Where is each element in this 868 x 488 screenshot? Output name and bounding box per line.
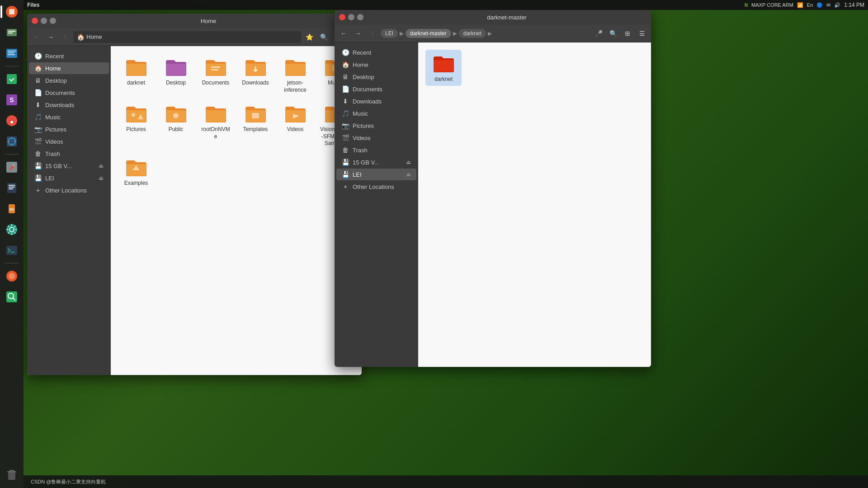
sidebar-desktop-label: Desktop xyxy=(45,77,67,84)
folder-darknet-selected[interactable]: darknet xyxy=(425,50,462,86)
svg-rect-7 xyxy=(8,54,15,55)
taskbar-icon-sd[interactable]: SD xyxy=(2,199,22,219)
public-folder-icon xyxy=(165,103,187,124)
sidebar-item-documents[interactable]: 📄 Documents xyxy=(29,87,109,99)
w2-back-button[interactable]: ← xyxy=(337,27,350,40)
taskbar-files-icon[interactable] xyxy=(2,2,22,22)
w2-sidebar-trash[interactable]: 🗑 Trash xyxy=(336,144,416,156)
window1-minimize-button[interactable] xyxy=(41,18,47,24)
w2-sidebar-videos[interactable]: 🎬 Videos xyxy=(336,132,416,144)
w2-home-icon: 🏠 xyxy=(342,61,349,68)
window2-close-button[interactable] xyxy=(339,14,345,20)
documents-folder-icon xyxy=(205,56,226,78)
breadcrumb-lei[interactable]: LEI xyxy=(381,29,398,38)
breadcrumb-darknet-master[interactable]: darknet-master xyxy=(406,29,451,38)
folder-darknet[interactable]: darknet xyxy=(118,53,154,96)
taskbar-icon-5[interactable] xyxy=(2,111,22,131)
taskbar-icon-2[interactable] xyxy=(2,43,22,63)
w2-sidebar-music[interactable]: 🎵 Music xyxy=(336,108,416,119)
breadcrumb-label: Home xyxy=(86,33,102,40)
sidebar-trash-label: Trash xyxy=(45,150,60,157)
sidebar-item-music[interactable]: 🎵 Music xyxy=(29,111,109,123)
window1-close-button[interactable] xyxy=(32,18,38,24)
sidebar-other-label: Other Locations xyxy=(45,187,87,194)
documents-folder-label: Documents xyxy=(202,80,230,87)
sidebar-item-desktop[interactable]: 🖥 Desktop xyxy=(29,75,109,86)
svg-rect-8 xyxy=(7,74,17,84)
taskbar-separator-3 xyxy=(5,263,19,263)
sidebar-item-15gb[interactable]: 💾 15 GB V... ⏏ xyxy=(29,160,109,172)
sidebar-item-recent[interactable]: 🕐 Recent xyxy=(29,50,109,62)
sidebar-item-pictures[interactable]: 📷 Pictures xyxy=(29,123,109,135)
search-button[interactable]: 🔍 xyxy=(317,31,330,43)
w2-music-label: Music xyxy=(353,110,368,117)
taskbar-icon-1[interactable] xyxy=(2,23,22,42)
breadcrumb-darknet[interactable]: darknet xyxy=(459,29,486,38)
wifi-icon[interactable]: 📶 xyxy=(797,2,803,8)
bluetooth-icon[interactable]: 🔵 xyxy=(816,2,823,8)
folder-jetson[interactable]: jetson-inference xyxy=(277,53,313,96)
back-button[interactable]: ← xyxy=(30,31,42,43)
window1-maximize-button[interactable] xyxy=(50,18,56,24)
nvidia-icon[interactable]: N xyxy=(745,3,748,8)
folder-rootonme[interactable]: rootOnNVMe xyxy=(198,100,234,150)
app-name-label: Files xyxy=(27,2,39,8)
sidebar-item-home[interactable]: 🏠 Home xyxy=(29,62,109,74)
w2-sidebar-downloads[interactable]: ⬇ Downloads xyxy=(336,95,416,107)
w2-sidebar-other[interactable]: + Other Locations xyxy=(336,181,416,192)
sidebar-item-other-locations[interactable]: + Other Locations xyxy=(29,184,109,196)
taskbar-icon-6[interactable] xyxy=(2,131,22,151)
taskbar-icon-tools[interactable] xyxy=(2,157,22,177)
folder-downloads[interactable]: Downloads xyxy=(237,53,274,96)
w2-eject-2-button[interactable]: ⏏ xyxy=(406,171,411,178)
volume-icon[interactable]: 🔊 xyxy=(834,2,840,8)
folder-desktop[interactable]: Desktop xyxy=(158,53,194,96)
taskbar-icon-4[interactable]: S xyxy=(2,90,22,110)
w2-search-button[interactable]: 🔍 xyxy=(607,27,619,40)
folder-public[interactable]: Public xyxy=(158,100,194,150)
sidebar-item-videos[interactable]: 🎬 Videos xyxy=(29,136,109,147)
folder-pictures[interactable]: Pictures xyxy=(118,100,154,150)
taskbar-icon-3[interactable] xyxy=(2,69,22,89)
w2-sidebar-lei[interactable]: 💾 LEI ⏏ xyxy=(336,169,416,180)
w2-sidebar-home[interactable]: 🏠 Home xyxy=(336,59,416,70)
folder-documents[interactable]: Documents xyxy=(198,53,234,96)
taskbar-icon-gear[interactable] xyxy=(2,220,22,239)
window2-minimize-button[interactable] xyxy=(348,14,354,20)
w2-sidebar-recent[interactable]: 🕐 Recent xyxy=(336,47,416,58)
taskbar-icon-terminal[interactable] xyxy=(2,240,22,260)
taskbar-trash-icon[interactable] xyxy=(2,465,22,484)
sidebar-item-lei[interactable]: 💾 LEI ⏏ xyxy=(29,172,109,184)
w2-mic-button[interactable]: 🎤 xyxy=(592,27,605,40)
w2-menu-button[interactable]: ☰ xyxy=(636,27,648,40)
taskbar-icon-search[interactable] xyxy=(2,287,22,307)
w2-up-button[interactable]: ↑ xyxy=(366,27,379,40)
sidebar-pictures-label: Pictures xyxy=(45,126,66,133)
w2-sidebar-documents[interactable]: 📄 Documents xyxy=(336,83,416,95)
forward-button[interactable]: → xyxy=(44,31,57,43)
folder-templates[interactable]: Templates xyxy=(237,100,274,150)
sidebar-item-trash[interactable]: 🗑 Trash xyxy=(29,148,109,160)
mail-icon[interactable]: ✉ xyxy=(826,2,830,8)
folder-videos[interactable]: Videos xyxy=(277,100,313,150)
w2-sidebar-15gb[interactable]: 💾 15 GB V... ⏏ xyxy=(336,156,416,168)
up-button[interactable]: ↑ xyxy=(59,31,71,43)
sidebar-item-downloads[interactable]: ⬇ Downloads xyxy=(29,99,109,111)
w2-view-button[interactable]: ⊞ xyxy=(621,27,634,40)
w2-drive-1-icon: 💾 xyxy=(342,159,349,166)
taskbar-icon-circle[interactable] xyxy=(2,266,22,286)
public-folder-label: Public xyxy=(169,126,184,133)
en-label[interactable]: En xyxy=(807,2,813,8)
bookmark-button[interactable]: ⭐ xyxy=(303,31,316,43)
folder-examples[interactable]: Examples xyxy=(118,154,154,190)
file-manager-window-1: Home ← → ↑ 🏠 Home ⭐ 🔍 ⊞ ☰ 🕐 Recent xyxy=(27,14,362,375)
w2-sidebar-desktop[interactable]: 🖥 Desktop xyxy=(336,71,416,83)
w2-sidebar-pictures[interactable]: 📷 Pictures xyxy=(336,120,416,131)
w2-forward-button[interactable]: → xyxy=(352,27,364,40)
w2-eject-1-button[interactable]: ⏏ xyxy=(406,159,411,165)
darknet-selected-label: darknet xyxy=(434,76,453,83)
eject-2-button[interactable]: ⏏ xyxy=(99,175,104,181)
window2-maximize-button[interactable] xyxy=(357,14,363,20)
eject-1-button[interactable]: ⏏ xyxy=(99,163,104,169)
taskbar-icon-book[interactable] xyxy=(2,178,22,198)
